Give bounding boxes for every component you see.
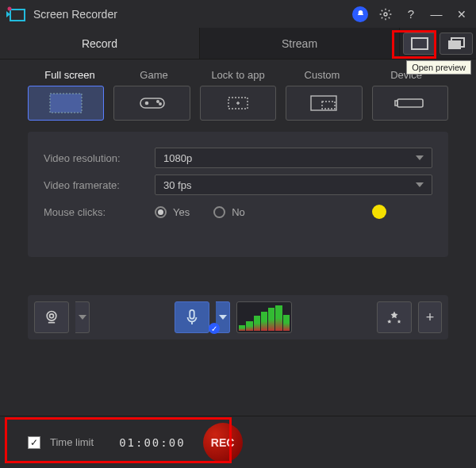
close-button[interactable]: ✕ <box>454 6 470 22</box>
svg-point-2 <box>8 6 12 10</box>
help-icon[interactable]: ? <box>403 6 419 22</box>
svg-point-10 <box>156 101 158 102</box>
mode-device-icon[interactable] <box>372 86 448 121</box>
mode-label-game: Game <box>112 69 196 81</box>
mouseclicks-label: Mouse clicks: <box>44 206 155 218</box>
radio-icon <box>213 206 225 218</box>
multi-window-icon[interactable] <box>440 33 473 55</box>
add-overlay-button[interactable]: + <box>418 301 442 333</box>
titlebar: Screen Recorder ? — ✕ <box>0 0 476 28</box>
svg-rect-5 <box>448 40 461 49</box>
time-limit-value[interactable]: 01:00:00 <box>119 436 185 449</box>
settings-panel: Video resolution: 1080p Video framerate:… <box>28 132 448 257</box>
settings-gear-icon[interactable] <box>378 6 393 22</box>
framerate-select[interactable]: 30 fps <box>155 175 432 195</box>
svg-point-18 <box>50 314 54 318</box>
mode-label-fullscreen: Full screen <box>28 69 112 81</box>
svg-rect-16 <box>395 101 397 105</box>
svg-point-3 <box>384 13 387 16</box>
resolution-select[interactable]: 1080p <box>155 148 432 168</box>
svg-point-11 <box>159 103 160 105</box>
open-preview-button[interactable] <box>403 33 436 55</box>
webcam-button[interactable] <box>34 301 69 333</box>
mode-custom-icon[interactable] <box>286 86 362 121</box>
mic-enabled-check-icon: ✓ <box>209 323 220 334</box>
mode-locktoapp-icon[interactable] <box>200 86 276 121</box>
microphone-button[interactable]: ✓ <box>175 301 209 333</box>
webcam-dropdown[interactable] <box>75 301 90 333</box>
record-button[interactable]: REC <box>203 423 243 462</box>
chevron-down-icon <box>416 182 424 187</box>
svg-rect-15 <box>397 99 423 107</box>
svg-rect-19 <box>190 310 194 319</box>
tooltip-open-preview: Open preview <box>406 60 471 75</box>
time-limit-checkbox[interactable]: ✓ <box>28 436 40 449</box>
mouseclicks-yes[interactable]: Yes <box>155 206 190 218</box>
svg-rect-13 <box>311 96 336 110</box>
app-title: Screen Recorder <box>33 8 352 21</box>
resolution-label: Video resolution: <box>44 152 155 164</box>
tab-stream[interactable]: Stream <box>200 28 400 59</box>
svg-point-17 <box>47 312 56 321</box>
svg-rect-14 <box>322 102 335 109</box>
notification-bell-icon[interactable] <box>352 6 368 22</box>
mouseclicks-no[interactable]: No <box>213 206 245 218</box>
mode-fullscreen-icon[interactable] <box>28 86 104 121</box>
minimize-button[interactable]: — <box>428 6 444 22</box>
input-toolbar: ✓ + <box>28 295 448 339</box>
bottom-bar: ✓ Time limit 01:00:00 REC <box>0 416 476 468</box>
mode-label-custom: Custom <box>280 69 364 81</box>
app-logo-icon <box>6 6 25 22</box>
svg-point-9 <box>145 102 148 105</box>
audio-level-meter <box>236 301 292 333</box>
svg-rect-4 <box>412 38 428 49</box>
time-limit-label: Time limit <box>50 436 94 448</box>
framerate-label: Video framerate: <box>44 179 155 191</box>
mode-game-icon[interactable] <box>113 86 190 121</box>
mode-label-locktoapp: Lock to app <box>196 69 280 81</box>
chevron-down-icon <box>416 155 424 160</box>
svg-rect-0 <box>10 10 25 21</box>
tab-record[interactable]: Record <box>0 28 200 59</box>
overlay-effects-button[interactable] <box>377 301 412 333</box>
click-color-swatch[interactable] <box>372 205 386 219</box>
radio-icon <box>155 206 167 218</box>
svg-rect-7 <box>50 94 82 113</box>
